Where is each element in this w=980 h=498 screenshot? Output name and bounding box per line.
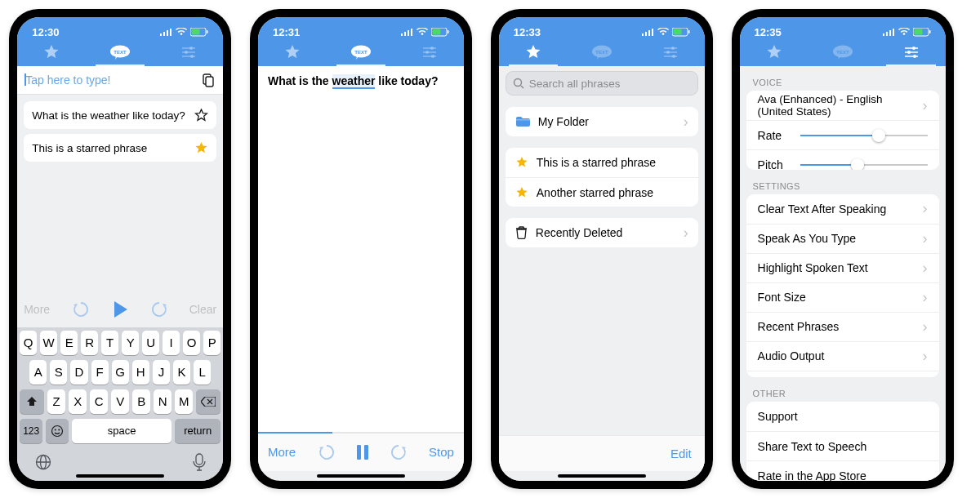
more-button[interactable]: More: [268, 445, 296, 459]
key[interactable]: D: [70, 360, 87, 385]
svg-point-8: [189, 47, 193, 50]
key[interactable]: V: [111, 389, 129, 414]
other-row[interactable]: Share Text to Speech: [746, 431, 939, 460]
tab-text[interactable]: TEXT: [568, 38, 636, 66]
key[interactable]: F: [91, 360, 109, 385]
key[interactable]: Y: [122, 331, 139, 355]
home-indicator[interactable]: [317, 474, 405, 478]
clear-button[interactable]: Clear: [177, 303, 216, 316]
folder-row[interactable]: My Folder ›: [506, 107, 698, 136]
tab-favorites[interactable]: [740, 38, 808, 66]
status-bar: 12:30: [17, 24, 223, 38]
keyboard[interactable]: Q W E R T Y U I O P A S D F G H J K L: [17, 327, 223, 481]
text-input-bar[interactable]: Tap here to type!: [17, 66, 223, 95]
home-indicator[interactable]: [76, 474, 164, 478]
starred-row[interactable]: Another starred phrase: [506, 177, 698, 207]
tab-text[interactable]: TEXT: [327, 38, 395, 66]
forward-icon[interactable]: [390, 444, 407, 460]
rewind-icon[interactable]: [73, 301, 89, 318]
key[interactable]: L: [194, 360, 211, 385]
key[interactable]: S: [50, 360, 67, 385]
paste-icon[interactable]: [201, 73, 215, 87]
svg-rect-31: [357, 445, 361, 460]
key[interactable]: B: [132, 389, 150, 414]
forward-icon[interactable]: [151, 301, 167, 318]
svg-rect-35: [688, 30, 690, 33]
tab-settings[interactable]: [395, 38, 464, 66]
globe-icon[interactable]: [34, 453, 52, 471]
tab-settings[interactable]: [154, 38, 223, 66]
key[interactable]: R: [81, 331, 98, 355]
other-group: Support Share Text to Speech Rate in the…: [746, 402, 939, 480]
key[interactable]: U: [142, 331, 159, 355]
key[interactable]: J: [153, 360, 170, 385]
key[interactable]: Q: [20, 331, 37, 355]
settings-row[interactable]: Clear Text After Speaking›: [746, 194, 939, 224]
phrase-row[interactable]: What is the weather like today?: [24, 101, 216, 129]
pitch-slider[interactable]: [800, 158, 928, 170]
other-row[interactable]: Rate in the App Store: [746, 460, 939, 480]
key[interactable]: K: [173, 360, 190, 385]
settings-row[interactable]: Audio Output›: [746, 341, 939, 371]
settings-row[interactable]: Recent Phrases›: [746, 312, 939, 341]
svg-rect-48: [914, 29, 922, 34]
key[interactable]: M: [175, 389, 193, 414]
delete-key[interactable]: [196, 389, 220, 414]
more-button[interactable]: More: [24, 303, 63, 316]
progress-bar[interactable]: [258, 432, 464, 434]
space-key[interactable]: space: [72, 419, 172, 443]
key[interactable]: C: [90, 389, 108, 414]
chevron-right-icon: ›: [923, 230, 928, 247]
key[interactable]: P: [203, 331, 220, 355]
key[interactable]: I: [163, 331, 180, 355]
numbers-key[interactable]: 123: [20, 419, 42, 443]
settings-row[interactable]: Phone Calls›: [746, 371, 939, 378]
key[interactable]: T: [101, 331, 118, 355]
chevron-right-icon: ›: [684, 225, 688, 242]
shift-key[interactable]: [20, 389, 44, 414]
tab-settings[interactable]: [636, 38, 705, 66]
rewind-icon[interactable]: [318, 444, 335, 460]
stop-button[interactable]: Stop: [429, 445, 454, 459]
mic-icon[interactable]: [193, 453, 206, 471]
edit-button[interactable]: Edit: [670, 447, 692, 460]
key[interactable]: X: [69, 389, 87, 414]
play-icon[interactable]: [112, 300, 128, 318]
settings-row[interactable]: Speak As You Type›: [746, 224, 939, 253]
body: Voice Ava (Enhanced) - English (United S…: [740, 66, 946, 481]
voice-select-row[interactable]: Ava (Enhanced) - English (United States)…: [746, 91, 939, 120]
home-indicator[interactable]: [558, 474, 646, 478]
other-row[interactable]: Support: [746, 402, 939, 431]
key[interactable]: H: [132, 360, 149, 385]
key[interactable]: O: [183, 331, 200, 355]
tab-favorites[interactable]: [17, 38, 86, 66]
rate-slider[interactable]: [800, 129, 928, 142]
settings-row[interactable]: Highlight Spoken Text›: [746, 253, 939, 282]
star-filled-icon[interactable]: [194, 141, 208, 155]
speaking-text[interactable]: What is the weather like today?: [258, 66, 464, 432]
key[interactable]: Z: [47, 389, 65, 414]
body: Search all phrases My Folder › This is a…: [499, 66, 705, 481]
key[interactable]: G: [112, 360, 129, 385]
return-key[interactable]: return: [175, 419, 220, 443]
key[interactable]: E: [60, 331, 78, 355]
tab-text[interactable]: TEXT: [808, 38, 877, 66]
deleted-label: Recently Deleted: [536, 226, 675, 239]
key[interactable]: A: [29, 360, 47, 385]
starred-row[interactable]: This is a starred phrase: [506, 148, 698, 177]
settings-row[interactable]: Font Size›: [746, 282, 939, 312]
phrase-row[interactable]: This is a starred phrase: [24, 134, 216, 162]
pitch-label: Pitch: [758, 158, 786, 170]
key[interactable]: N: [154, 389, 172, 414]
tab-settings[interactable]: [877, 38, 946, 66]
tab-text[interactable]: TEXT: [86, 38, 154, 66]
emoji-key[interactable]: [46, 419, 69, 443]
star-outline-icon[interactable]: [194, 109, 208, 122]
tab-favorites[interactable]: [258, 38, 327, 66]
deleted-row[interactable]: Recently Deleted ›: [506, 218, 698, 247]
pause-icon[interactable]: [356, 444, 369, 460]
tab-favorites[interactable]: [499, 38, 568, 66]
key[interactable]: W: [40, 331, 57, 355]
search-input[interactable]: Search all phrases: [506, 71, 698, 96]
svg-text:TEXT: TEXT: [354, 50, 368, 55]
